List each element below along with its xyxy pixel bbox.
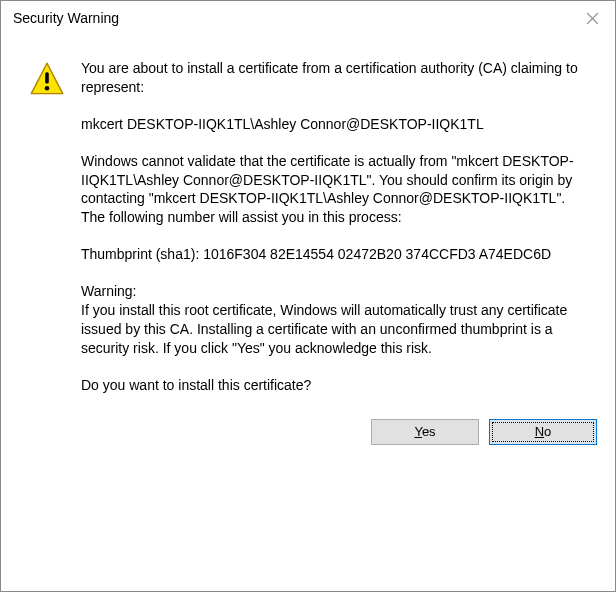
thumbprint-text: Thumbprint (sha1): 1016F304 82E14554 024… [81, 245, 587, 264]
warning-icon [29, 61, 65, 97]
svg-rect-3 [45, 72, 49, 83]
titlebar: Security Warning [1, 1, 615, 35]
window-title: Security Warning [13, 10, 119, 26]
validation-text: Windows cannot validate that the certifi… [81, 152, 587, 228]
warning-text: If you install this root certificate, Wi… [81, 302, 567, 356]
yes-button[interactable]: Yes [371, 419, 479, 445]
warning-block: Warning: If you install this root certif… [81, 282, 587, 358]
close-button[interactable] [569, 1, 615, 35]
dialog-body: You are about to install a certificate f… [1, 35, 615, 405]
no-button[interactable]: No [489, 419, 597, 445]
svg-point-4 [45, 86, 50, 91]
button-row: Yes No [1, 405, 615, 463]
close-icon [587, 13, 598, 24]
warning-label: Warning: [81, 283, 137, 299]
question-text: Do you want to install this certificate? [81, 376, 587, 395]
intro-text: You are about to install a certificate f… [81, 59, 587, 97]
certificate-subject: mkcert DESKTOP-IIQK1TL\Ashley Connor@DES… [81, 115, 587, 134]
